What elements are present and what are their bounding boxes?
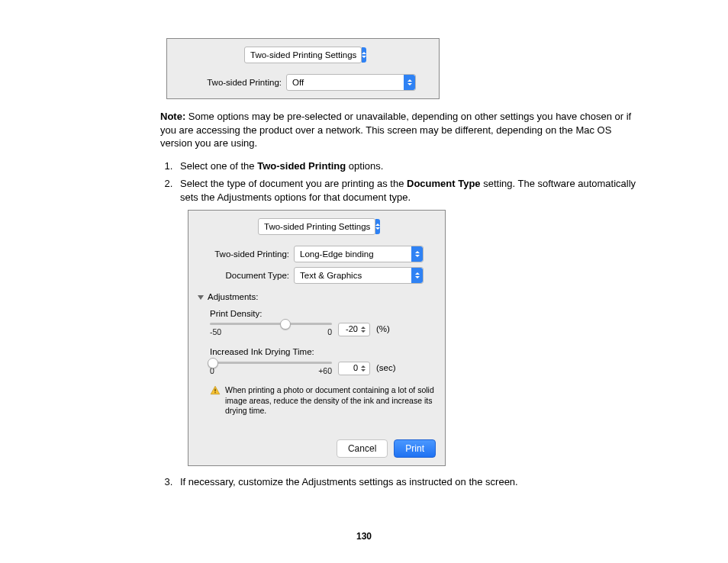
two-sided-select[interactable]: Long-Edge binding xyxy=(294,246,424,262)
stepper-icon xyxy=(411,246,423,262)
svg-rect-0 xyxy=(214,389,215,392)
print-density-unit: (%) xyxy=(376,323,390,336)
two-sided-label: Two-sided Printing: xyxy=(199,78,282,87)
pane-menu-label: Two-sided Printing Settings xyxy=(245,50,362,60)
two-sided-select[interactable]: Off xyxy=(286,74,416,91)
settings-pane-2: Two-sided Printing Settings Two-sided Pr… xyxy=(188,210,446,466)
stepper-icon xyxy=(411,268,423,283)
print-button[interactable]: Print xyxy=(394,439,436,458)
stepper-icon xyxy=(404,75,415,90)
drying-time-label: Increased Ink Drying Time: xyxy=(210,346,436,359)
document-type-label: Document Type: xyxy=(198,270,289,282)
note-text: Some options may be pre-selected or unav… xyxy=(160,111,631,149)
adjustments-disclosure[interactable]: Adjustments: xyxy=(198,291,436,304)
print-density-slider[interactable]: -500 xyxy=(210,323,332,337)
page-number: 130 xyxy=(0,531,728,542)
warning-text: When printing a photo or document contai… xyxy=(225,385,436,417)
document-type-value: Text & Graphics xyxy=(295,270,411,282)
stepper-icon xyxy=(359,327,367,333)
adjustments-label: Adjustments: xyxy=(208,291,258,304)
pane-menu-select[interactable]: Two-sided Printing Settings xyxy=(244,47,362,63)
svg-rect-1 xyxy=(214,392,215,393)
pane-menu-label: Two-sided Printing Settings xyxy=(259,221,375,233)
two-sided-label: Two-sided Printing: xyxy=(198,249,289,261)
note-paragraph: Note: Some options may be pre-selected o… xyxy=(160,110,644,150)
stepper-icon xyxy=(359,365,367,372)
step-1: Select one of the Two-sided Printing opt… xyxy=(176,159,644,173)
drying-time-field[interactable]: 0 xyxy=(338,362,370,375)
triangle-down-icon xyxy=(198,295,204,300)
warning-row: When printing a photo or document contai… xyxy=(210,385,436,417)
two-sided-value: Off xyxy=(287,78,404,87)
stepper-icon xyxy=(362,47,366,63)
document-type-select[interactable]: Text & Graphics xyxy=(294,267,424,284)
step-2: Select the type of document you are prin… xyxy=(176,177,644,466)
step-3: If necessary, customize the Adjustments … xyxy=(176,475,644,489)
print-density-label: Print Density: xyxy=(210,308,436,320)
settings-pane-1: Two-sided Printing Settings Two-sided Pr… xyxy=(166,38,440,99)
cancel-button[interactable]: Cancel xyxy=(337,439,388,458)
warning-icon xyxy=(210,385,221,396)
drying-time-unit: (sec) xyxy=(376,362,396,375)
drying-time-slider[interactable]: 0+60 xyxy=(210,362,332,376)
slider-thumb[interactable] xyxy=(208,358,218,368)
stepper-icon xyxy=(375,219,380,234)
pane-menu-select[interactable]: Two-sided Printing Settings xyxy=(258,218,375,235)
two-sided-value: Long-Edge binding xyxy=(295,249,411,261)
print-density-field[interactable]: -20 xyxy=(338,323,370,336)
note-label: Note: xyxy=(160,111,185,122)
steps-list: Select one of the Two-sided Printing opt… xyxy=(162,159,644,489)
